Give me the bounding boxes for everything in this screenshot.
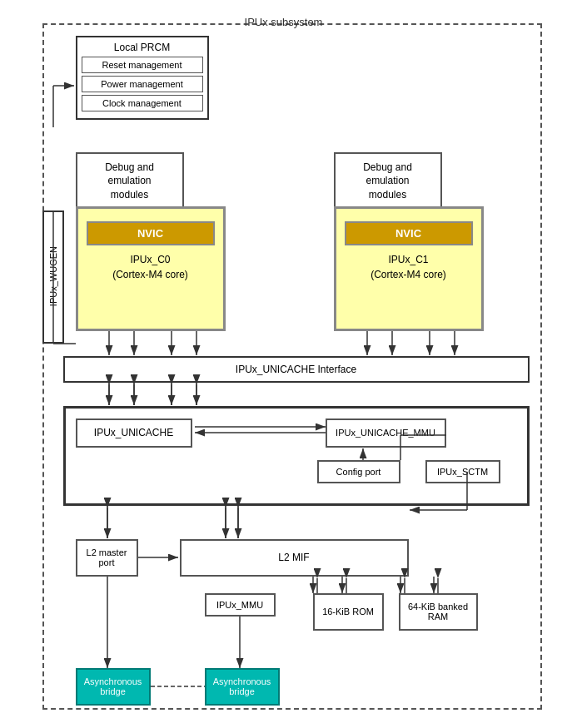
ram-box: 64-KiB banked RAM	[399, 593, 478, 631]
ipux-mmu-box: IPUx_MMU	[205, 593, 276, 617]
config-port-box: Config port	[317, 460, 400, 483]
l2-master-box: L2 masterport	[76, 539, 138, 577]
prcm-title: Local PRCM	[82, 42, 203, 53]
async-bridge-left: Asynchronousbridge	[76, 668, 151, 706]
unicache-interface: IPUx_UNICACHE Interface	[63, 356, 530, 383]
sctm-box: IPUx_SCTM	[425, 460, 500, 483]
rom-box: 16-KiB ROM	[313, 593, 384, 631]
async-bridge-right: Asynchronousbridge	[205, 668, 280, 706]
nvic-right: NVIC	[345, 221, 473, 245]
subsystem-title: IPUx subsystem	[245, 16, 323, 28]
prcm-reset: Reset management	[82, 57, 203, 73]
debug-box-left: Debug and emulationmodules	[76, 152, 184, 210]
nvic-left: NVIC	[87, 221, 215, 245]
core-box-right: NVIC IPUx_C1(Cortex-M4 core)	[334, 206, 484, 331]
core-label-left: IPUx_C0(Cortex-M4 core)	[87, 252, 215, 282]
l2-mif-box: L2 MIF	[180, 539, 409, 577]
unicache-mmu-box: IPUx_UNICACHE_MMU	[326, 418, 446, 448]
debug-box-right: Debug and emulationmodules	[334, 152, 442, 210]
wugen-box: IPUx_WUGEN	[42, 210, 64, 344]
prcm-clock: Clock management	[82, 95, 203, 111]
prcm-power: Power management	[82, 76, 203, 92]
wugen-label: IPUx_WUGEN	[48, 246, 58, 306]
core-box-left: NVIC IPUx_C0(Cortex-M4 core)	[76, 206, 226, 331]
diagram-container: IPUx subsystem IPUx_WUGEN Local PRCM Res…	[17, 11, 550, 718]
prcm-box: Local PRCM Reset management Power manage…	[76, 36, 209, 120]
core-label-right: IPUx_C1(Cortex-M4 core)	[345, 252, 473, 282]
unicache-inner: IPUx_UNICACHE	[76, 418, 192, 448]
